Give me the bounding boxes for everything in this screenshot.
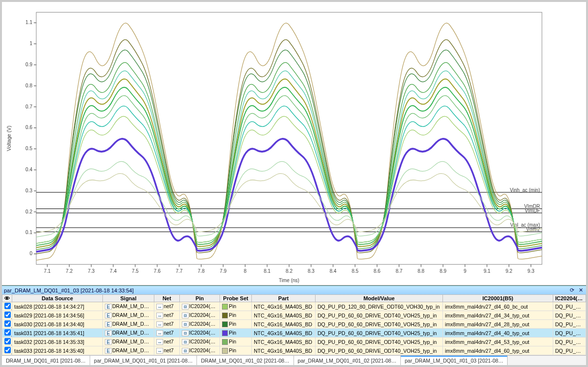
refresh-icon[interactable]: ⟳ xyxy=(568,287,575,294)
cell: ⧈IC20204(24) xyxy=(180,338,220,346)
cell[interactable] xyxy=(2,311,12,320)
col-header[interactable]: Data Source xyxy=(12,295,103,302)
cell: imx8mm_mal4drv27_dl4_34_typ_out xyxy=(443,311,553,320)
waveform-plot[interactable]: 7.17.27.37.47.57.67.77.87.988.18.28.38.4… xyxy=(2,2,586,286)
cell: imx8mm_mal4drv27_dl4_40_typ_out xyxy=(443,329,553,338)
x-tick-label: 8.2 xyxy=(286,268,293,274)
cell: DQ_PU_PD_60_60_DRIVE_ODT40_VOH25_typ_in xyxy=(316,338,443,346)
x-tick-label: 7.1 xyxy=(44,268,50,274)
row-checkbox[interactable] xyxy=(4,320,11,327)
y-tick-label: 0.2 xyxy=(25,209,32,214)
col-header[interactable]: Model/Value xyxy=(316,295,443,302)
cell: Pin xyxy=(220,329,252,338)
cell: task028 [2021-08-18 14:34:27] xyxy=(12,302,103,311)
cell: DQ_PU_PD_120_80_DRIVE_ODT60_VOH30_typ_in xyxy=(553,302,586,311)
tab[interactable]: par_DRAM_LM_DQ01_#01_02 [2021-08… xyxy=(294,356,401,365)
cell[interactable] xyxy=(2,338,12,346)
close-icon[interactable]: ✕ xyxy=(577,287,584,294)
cell: imx8mm_mal4drv27_dl4_60_typ_out xyxy=(443,346,553,355)
table-row[interactable]: task033 [2021-08-18 14:35:40]EDRAM_LM_DQ… xyxy=(2,346,586,355)
x-tick-label: 9.1 xyxy=(484,268,490,274)
cell: imx8mm_mal4drv27_dl4_60_bc_out xyxy=(443,302,553,311)
cell: DQ_PU_PD_60_60_DRIVE_ODT40_VOH25_typ_in xyxy=(316,346,443,355)
tab[interactable]: par_DRAM_LM_DQ01_#01_03 [2021-08… xyxy=(401,356,508,365)
col-header[interactable]: Probe Set xyxy=(220,295,252,302)
x-tick-label: 8.6 xyxy=(374,268,381,274)
threshold-label: Vinh_ac (min) xyxy=(510,187,540,192)
cell: NTC_4Gx16_MA40S_BD xyxy=(252,320,316,329)
table-row[interactable]: task028 [2021-08-18 14:34:27]EDRAM_LM_DQ… xyxy=(2,302,586,311)
row-checkbox[interactable] xyxy=(4,312,11,318)
y-tick-label: 0.1 xyxy=(25,230,32,235)
x-tick-label: 7.6 xyxy=(154,268,161,274)
cell: EDRAM_LM_DQ01 xyxy=(103,329,154,338)
table-row[interactable]: task029 [2021-08-18 14:34:56]EDRAM_LM_DQ… xyxy=(2,311,586,320)
y-tick-label: 0.5 xyxy=(25,146,32,151)
col-header[interactable]: Signal xyxy=(103,295,154,302)
waveform-curve xyxy=(36,116,542,243)
row-checkbox[interactable] xyxy=(4,329,11,336)
tabs-bar[interactable]: DRAM_LM_DQ01_#01 [2021-08…par_DRAM_LM_DQ… xyxy=(2,355,586,365)
x-tick-label: 8.8 xyxy=(417,268,424,274)
cell: DQ_PU_PD_60_60_DRIVE_ODT40_VOH25_typ_in xyxy=(553,346,586,355)
cell: ⧈IC20204(24) xyxy=(180,346,220,355)
x-tick-label: 7.9 xyxy=(220,268,226,274)
cell: NTC_4Gx16_MA40S_BD xyxy=(252,338,316,346)
cell: ↔net7 xyxy=(154,346,180,355)
net-icon: ↔ xyxy=(156,304,163,310)
col-header[interactable]: Pin xyxy=(180,295,220,302)
row-checkbox[interactable] xyxy=(4,303,11,309)
x-tick-label: 9 xyxy=(464,268,466,274)
col-header[interactable]: IC20204(24) xyxy=(553,295,586,302)
pin-icon: ⧈ xyxy=(182,348,189,354)
cell[interactable] xyxy=(2,302,12,311)
row-checkbox[interactable] xyxy=(4,347,11,353)
cell[interactable] xyxy=(2,329,12,338)
cell[interactable] xyxy=(2,346,12,355)
col-header[interactable]: IC20001(B5) xyxy=(443,295,553,302)
waveform-curve xyxy=(36,174,542,233)
net-icon: ↔ xyxy=(156,321,163,327)
cell: ↔net7 xyxy=(154,311,180,320)
panel-title-bar[interactable]: par_DRAM_LM_DQ01_#01_03 [2021-08-18 14:3… xyxy=(2,286,586,294)
col-header[interactable]: Part xyxy=(252,295,316,302)
x-tick-label: 8.9 xyxy=(440,268,446,274)
cell: NTC_4Gx16_MA40S_BD xyxy=(252,302,316,311)
x-axis-label: Time (ns) xyxy=(279,277,299,283)
cell: DQ_PU_PD_60_60_DRIVE_ODT40_VOH25_typ_in xyxy=(553,320,586,329)
waveform-curve xyxy=(36,139,542,252)
cell: task032 [2021-08-18 14:35:33] xyxy=(12,338,103,346)
table-row[interactable]: task031 [2021-08-18 14:35:41]EDRAM_LM_DQ… xyxy=(2,329,586,338)
cell[interactable] xyxy=(2,320,12,329)
x-tick-label: 7.3 xyxy=(88,268,95,274)
cell: DQ_PU_PD_60_60_DRIVE_ODT40_VOH25_typ_in xyxy=(316,320,443,329)
color-swatch xyxy=(222,321,228,327)
signal-icon: E xyxy=(105,330,112,336)
cell: Pin xyxy=(220,302,252,311)
waveform-curve xyxy=(36,106,542,243)
y-axis-label: Voltage (V) xyxy=(6,126,12,151)
cell: EDRAM_LM_DQ01 xyxy=(103,346,154,355)
cell: ↔net7 xyxy=(154,329,180,338)
color-swatch xyxy=(222,313,228,318)
cell: ⧈IC20204(24) xyxy=(180,329,220,338)
table-row[interactable]: task030 [2021-08-18 14:34:40]EDRAM_LM_DQ… xyxy=(2,320,586,329)
signal-icon: E xyxy=(105,339,112,345)
net-icon: ↔ xyxy=(156,313,163,318)
y-tick-label: 0 xyxy=(29,251,32,256)
results-table[interactable]: 👁Data SourceSignalNetPinProbe SetPartMod… xyxy=(2,294,586,355)
cell: ⧈IC20204(24) xyxy=(180,302,220,311)
signal-icon: E xyxy=(105,313,112,318)
cell: ⧈IC20204(24) xyxy=(180,320,220,329)
tab[interactable]: DRAM_LM_DQ01_#01 [2021-08… xyxy=(2,356,90,365)
row-checkbox[interactable] xyxy=(4,338,11,344)
col-header[interactable]: 👁 xyxy=(2,295,12,302)
col-header[interactable]: Net xyxy=(154,295,180,302)
y-tick-label: 0.9 xyxy=(25,62,32,67)
tab[interactable]: par_DRAM_LM_DQ01_#01_01 [2021-08… xyxy=(90,356,197,365)
x-tick-label: 7.8 xyxy=(198,268,205,274)
cell: DQ_PU_PD_120_80_DRIVE_ODT60_VOH30_typ_in xyxy=(316,302,443,311)
table-row[interactable]: task032 [2021-08-18 14:35:33]EDRAM_LM_DQ… xyxy=(2,338,586,346)
tab[interactable]: DRAM_LM_DQ01_#01_02 [2021-08… xyxy=(197,356,294,365)
x-tick-label: 7.4 xyxy=(110,268,117,274)
